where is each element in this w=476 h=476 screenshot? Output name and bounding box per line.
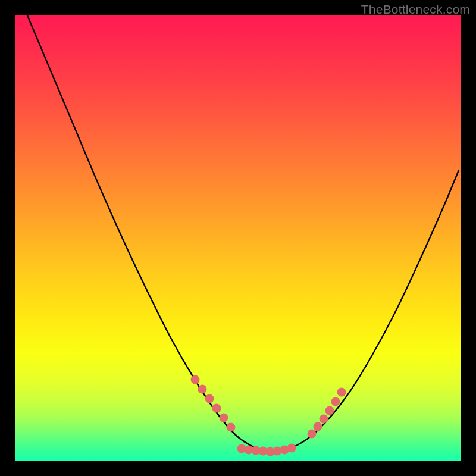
highlight-dot <box>314 422 322 431</box>
highlight-dot <box>287 444 296 453</box>
highlight-dot <box>191 375 200 384</box>
highlight-dot <box>198 385 207 394</box>
highlight-dot <box>331 397 340 406</box>
highlight-dot <box>220 414 228 422</box>
plot-area <box>15 15 461 461</box>
chart-stage: TheBottleneck.com <box>0 0 476 476</box>
highlight-dot <box>308 430 317 439</box>
highlight-dots-group <box>191 375 346 456</box>
highlight-dot <box>212 404 221 413</box>
bottleneck-curve <box>27 15 459 452</box>
highlight-dot <box>320 415 328 424</box>
highlight-dot <box>205 394 214 403</box>
highlight-dot <box>227 423 236 432</box>
watermark-text: TheBottleneck.com <box>361 2 470 17</box>
highlight-dot <box>337 388 346 397</box>
curve-layer <box>15 15 461 461</box>
highlight-dot <box>325 406 334 415</box>
